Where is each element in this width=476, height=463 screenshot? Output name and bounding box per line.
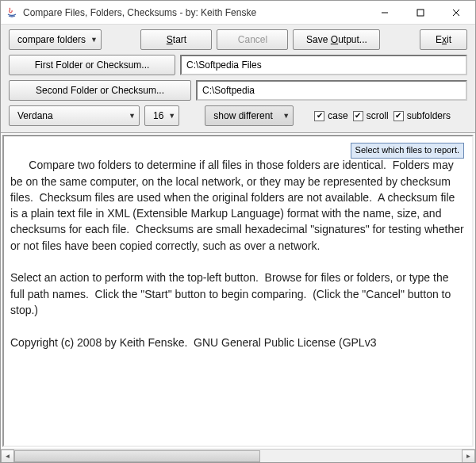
chevron-down-icon: ▼: [129, 112, 136, 120]
close-button[interactable]: [438, 2, 474, 24]
svg-rect-1: [417, 10, 424, 16]
subfolders-checkbox[interactable]: ✔ subfolders: [393, 110, 451, 121]
maximize-button[interactable]: [402, 2, 438, 24]
chevron-down-icon: ▼: [168, 112, 175, 120]
first-folder-input[interactable]: [180, 55, 467, 75]
checkbox-icon: ✔: [314, 111, 324, 121]
horizontal-scrollbar[interactable]: ◄ ►: [1, 449, 475, 462]
minimize-button[interactable]: [367, 2, 402, 24]
toolbar: compare folders ▼ Start Cancel Save Outp…: [1, 25, 475, 133]
window-title: Compare Files, Folders, Checksums - by: …: [23, 7, 367, 18]
font-size-combo[interactable]: 16 ▼: [144, 105, 179, 126]
chevron-down-icon: ▼: [90, 36, 98, 44]
action-combo[interactable]: compare folders ▼: [9, 29, 102, 50]
case-label: case: [328, 110, 347, 121]
content-area: Compare two folders to determine if all …: [1, 133, 475, 462]
second-folder-input[interactable]: [196, 80, 467, 101]
java-icon: [6, 6, 18, 19]
font-name-label: Verdana: [17, 110, 53, 121]
filter-combo[interactable]: show different ▼: [205, 105, 294, 126]
chevron-down-icon: ▼: [282, 112, 290, 120]
save-output-button[interactable]: Save Output...: [293, 29, 380, 50]
app-window: Compare Files, Folders, Checksums - by: …: [0, 0, 476, 463]
case-checkbox[interactable]: ✔ case: [314, 110, 347, 121]
subfolders-label: subfolders: [407, 110, 451, 121]
font-size-label: 16: [153, 110, 163, 121]
scroll-left-button[interactable]: ◄: [1, 450, 14, 463]
checkbox-icon: ✔: [393, 111, 404, 121]
scroll-checkbox[interactable]: ✔ scroll: [353, 110, 389, 121]
second-folder-button[interactable]: Second Folder or Checksum...: [9, 80, 191, 101]
scroll-label: scroll: [367, 110, 389, 121]
scroll-right-button[interactable]: ►: [462, 450, 475, 463]
checkbox-icon: ✔: [353, 111, 363, 121]
output-text: Compare two folders to determine if all …: [10, 159, 467, 348]
scroll-thumb[interactable]: [14, 450, 260, 462]
start-button[interactable]: Start: [140, 29, 212, 50]
exit-button[interactable]: Exit: [420, 29, 467, 50]
cancel-button[interactable]: Cancel: [217, 29, 288, 50]
filter-label: show different: [213, 110, 273, 121]
font-name-combo[interactable]: Verdana ▼: [9, 105, 140, 126]
titlebar: Compare Files, Folders, Checksums - by: …: [1, 1, 475, 25]
first-folder-button[interactable]: First Folder or Checksum...: [9, 55, 175, 75]
action-combo-label: compare folders: [17, 34, 86, 45]
scroll-track[interactable]: [14, 450, 462, 463]
tooltip: Select which files to report.: [351, 143, 464, 159]
output-textarea[interactable]: Compare two folders to determine if all …: [2, 135, 474, 447]
